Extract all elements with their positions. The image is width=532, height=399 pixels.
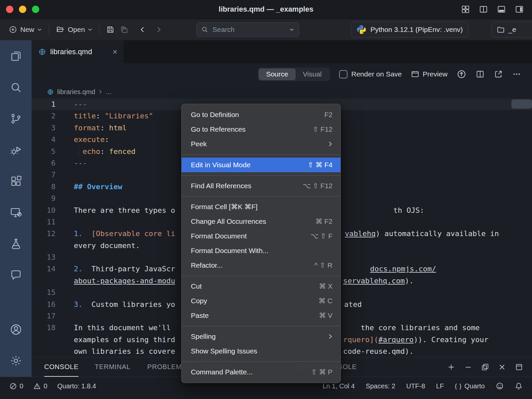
split-editor-icon[interactable] — [475, 69, 485, 79]
line-number: 18 — [32, 322, 66, 333]
navigate-back-icon[interactable] — [139, 25, 147, 34]
status-item[interactable] — [496, 382, 504, 390]
status-item-spaces-2[interactable]: Spaces: 2 — [366, 382, 395, 390]
status-item-0[interactable]: 0 — [33, 382, 47, 390]
preview-button[interactable]: Preview — [411, 70, 448, 79]
activity-bar — [0, 40, 32, 377]
window-title: libraries.qmd — _examples — [0, 5, 532, 14]
open-external-icon[interactable] — [494, 69, 503, 79]
new-console-plus-icon[interactable] — [447, 363, 456, 371]
source-visual-toggle: Source Visual — [258, 67, 330, 81]
tab-libraries-qmd[interactable]: libraries.qmd — [32, 40, 123, 63]
open-folder-icon — [56, 25, 65, 34]
submenu-chevron-icon — [328, 333, 332, 340]
context-menu-item[interactable]: Format Cell [⌘K ⌘F] — [182, 200, 340, 214]
context-menu-item[interactable]: Go to DefinitionF2 — [182, 107, 340, 122]
status-item-ln-1-col-4[interactable]: Ln 1, Col 4 — [323, 382, 355, 390]
navigate-forward-icon[interactable] — [155, 25, 163, 34]
status-item-0[interactable]: 0 — [9, 382, 23, 390]
source-control-icon[interactable] — [10, 112, 22, 125]
context-menu-item[interactable]: Edit in Visual Mode⇧ ⌘ F4 — [182, 158, 340, 172]
breadcrumb: libraries.qmd ... — [32, 85, 532, 98]
testing-flask-icon[interactable] — [10, 237, 22, 250]
context-menu-item[interactable]: Change All Occurrences⌘ F2 — [182, 214, 340, 229]
split-editor-layout-icon[interactable] — [479, 5, 488, 14]
render-on-save-checkbox[interactable] — [339, 70, 347, 78]
folder-icon — [496, 25, 505, 34]
save-all-icon[interactable] — [120, 25, 129, 34]
context-menu-item[interactable]: Go to References⇧ F12 — [182, 122, 340, 137]
line-number: 6 — [32, 157, 66, 169]
context-menu-separator — [182, 276, 340, 276]
panel-tab-terminal[interactable]: TERMINAL — [95, 357, 131, 377]
context-menu-item[interactable]: Command Palette...⇧ ⌘ P — [182, 365, 340, 379]
search-input[interactable] — [212, 25, 286, 34]
context-menu-item[interactable]: Paste⌘ V — [182, 308, 340, 323]
minimize-window-button[interactable] — [19, 6, 26, 13]
breadcrumb-ellipsis[interactable]: ... — [106, 88, 111, 96]
context-menu-item[interactable]: Refactor...^ ⇧ R — [182, 258, 340, 273]
context-menu-item[interactable]: Show Spelling Issues — [182, 344, 340, 358]
global-search-box[interactable] — [196, 22, 299, 37]
customize-layout-icon[interactable] — [461, 5, 470, 14]
settings-gear-icon[interactable] — [10, 354, 22, 367]
breadcrumb-file[interactable]: libraries.qmd — [57, 88, 95, 96]
panel-tab-problems[interactable]: PROBLEMS — [147, 357, 187, 377]
preview-icon — [411, 70, 420, 79]
close-tab-icon[interactable] — [112, 49, 118, 55]
indent-guide — [79, 146, 79, 157]
account-icon[interactable] — [10, 323, 22, 336]
more-actions-icon[interactable] — [512, 69, 521, 79]
chevron-down-icon[interactable] — [289, 28, 294, 31]
status-item-lf[interactable]: LF — [436, 382, 444, 390]
zoom-window-button[interactable] — [32, 6, 39, 13]
interpreter-selector[interactable]: Python 3.12.1 (PipEnv: .venv) — [351, 22, 468, 38]
line-number: 11 — [32, 216, 66, 228]
panel-tab-console[interactable]: CONSOLE — [44, 357, 78, 377]
tab-label: libraries.qmd — [50, 48, 92, 56]
status-item-quarto[interactable]: { }Quarto — [455, 382, 485, 390]
minimize-panel-icon[interactable] — [464, 363, 472, 371]
context-menu-item[interactable]: Format Document⌥ ⇧ F — [182, 229, 340, 243]
toggle-sidebar-icon[interactable] — [515, 5, 524, 14]
search-icon[interactable] — [10, 81, 22, 94]
submenu-chevron-icon — [328, 141, 332, 147]
new-button[interactable]: New — [9, 25, 42, 34]
line-number — [32, 275, 66, 287]
context-menu-item[interactable]: Format Document With... — [182, 243, 340, 258]
context-menu-item[interactable]: Cut⌘ X — [182, 279, 340, 294]
close-panel-icon[interactable] — [498, 363, 506, 371]
save-icon[interactable] — [106, 25, 115, 34]
line-number: 1 — [32, 98, 66, 110]
toggle-panel-icon[interactable] — [497, 5, 506, 14]
context-menu-item[interactable]: Copy⌘ C — [182, 294, 340, 308]
context-menu-separator — [182, 175, 340, 176]
context-menu-separator — [182, 326, 340, 326]
chat-icon[interactable] — [10, 269, 22, 281]
context-menu-item[interactable]: Peek — [182, 137, 340, 151]
open-button[interactable]: Open — [56, 25, 92, 34]
render-icon[interactable] — [457, 69, 466, 79]
line-number: 8 — [32, 181, 66, 193]
extensions-icon[interactable] — [10, 175, 22, 188]
window-controls — [6, 6, 39, 13]
app-window: libraries.qmd — _examples New — [0, 0, 532, 399]
maximize-panel-icon[interactable] — [515, 363, 523, 371]
line-number: 7 — [32, 169, 66, 181]
run-debug-icon[interactable] — [10, 144, 22, 156]
source-mode-button[interactable]: Source — [259, 68, 296, 80]
status-item-utf-8[interactable]: UTF-8 — [406, 382, 425, 390]
status-item-quarto-1-8-4[interactable]: Quarto: 1.8.4 — [57, 382, 96, 390]
visual-mode-button[interactable]: Visual — [296, 68, 329, 80]
panel-actions — [447, 357, 523, 377]
explorer-icon[interactable] — [10, 50, 22, 63]
close-window-button[interactable] — [6, 6, 13, 13]
context-menu-separator — [182, 196, 340, 197]
line-number: 16 — [32, 299, 66, 310]
workspace-button[interactable]: _e — [491, 22, 532, 38]
status-item[interactable] — [515, 382, 523, 390]
restore-panel-icon[interactable] — [481, 363, 489, 371]
context-menu-item[interactable]: Find All References⌥ ⇧ F12 — [182, 179, 340, 193]
sessions-icon[interactable] — [10, 206, 22, 219]
context-menu-item[interactable]: Spelling — [182, 329, 340, 344]
